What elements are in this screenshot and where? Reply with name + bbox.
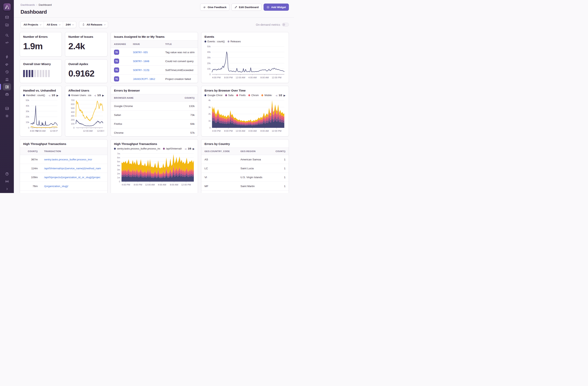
svg-text:30k: 30k <box>207 56 211 59</box>
issue-title-cell: Project creation failed <box>162 74 198 83</box>
table-header-row: ASSIGNEEISSUETITLE <box>111 41 198 48</box>
high-throughput-transactions-chart: 01m2m3m4m5m6m7m4:00 PM8:00 PM12:00 AM4:0… <box>114 151 195 187</box>
column-header[interactable]: ASSIGNEE <box>111 41 130 48</box>
legend-item[interactable]: Chrome <box>248 94 259 97</box>
legend-item[interactable]: Google Chrome <box>205 94 222 97</box>
ondemand-metrics-toggle[interactable] <box>282 23 289 26</box>
sidebar-item-projects[interactable] <box>3 21 11 28</box>
legend-next-button[interactable]: ▶ <box>284 94 286 97</box>
avatar[interactable]: TE <box>114 59 119 64</box>
sidebar-item-settings[interactable] <box>3 112 11 119</box>
legend-item[interactable]: Releases <box>228 40 241 43</box>
sidebar-item-lightning[interactable] <box>3 53 11 60</box>
environments-filter[interactable]: All Envs <box>44 21 63 28</box>
legend-next-button[interactable]: ▶ <box>193 148 195 150</box>
avatar[interactable]: TE <box>114 76 119 81</box>
legend-item[interactable]: sentry.tasks.process_buffer.process_incr <box>114 147 160 150</box>
sidebar-item-traces[interactable] <box>3 39 11 46</box>
add-widget-button[interactable]: Add Widget <box>264 3 289 11</box>
sidebar-item-broadcast[interactable] <box>3 178 11 185</box>
widget-title: Errors by Browser Over Time <box>205 89 286 92</box>
count-cell: 367m <box>20 155 41 164</box>
legend-prev-button[interactable]: ◀ <box>185 148 187 150</box>
transaction-link[interactable]: /api/0/internal/rpc/{service_name}/{meth… <box>44 167 101 170</box>
sidebar-item-releases[interactable] <box>3 91 11 98</box>
legend-item[interactable]: Safari <box>225 94 233 97</box>
sidebar-item-alerts[interactable] <box>3 76 11 83</box>
svg-text:8:00 PM: 8:00 PM <box>224 76 233 79</box>
sidebar-item-help[interactable] <box>3 170 11 177</box>
column-header[interactable]: GEO.REGION <box>237 148 270 155</box>
column-header[interactable]: COUNT() <box>270 148 289 155</box>
legend-item[interactable]: Known Users : cour <box>68 94 91 97</box>
svg-text:20k: 20k <box>207 62 211 65</box>
legend-prev-button[interactable]: ◀ <box>48 94 50 97</box>
issue-link[interactable]: SENTRY-VD5 <box>133 51 148 54</box>
column-header[interactable]: TRANSACTION <box>41 148 107 155</box>
edit-dashboard-button[interactable]: Edit Dashboard <box>231 3 262 11</box>
table-header-row: GEO.COUNTRY_CODEGEO.REGIONCOUNT() <box>201 148 289 155</box>
legend-prev-button[interactable]: ◀ <box>275 94 277 97</box>
avatar[interactable]: TE <box>114 68 119 72</box>
breadcrumb-dashboards[interactable]: Dashboards <box>21 3 35 6</box>
kpi-value: 2.4k <box>68 41 104 51</box>
svg-text:50k: 50k <box>207 45 211 48</box>
svg-text:2k: 2k <box>208 113 211 115</box>
column-header[interactable]: GEO.COUNTRY_CODE <box>201 148 237 155</box>
svg-text:4m: 4m <box>117 164 120 167</box>
sentry-logo[interactable] <box>3 3 11 11</box>
table-row: 76m/{organization_slug}/ <box>20 182 107 191</box>
legend-dot <box>228 41 229 43</box>
time-range-filter[interactable]: 24H <box>63 21 76 28</box>
assignee-cell: TE <box>111 48 130 57</box>
issue-link[interactable]: SENTRY-32ZQ <box>133 68 149 71</box>
issue-link[interactable]: SENTRY-16H8 <box>133 60 149 63</box>
legend-item[interactable]: Firefox <box>236 94 246 97</box>
legend-next-button[interactable]: ▶ <box>57 94 59 97</box>
projects-filter[interactable]: All Projects <box>21 21 44 28</box>
sidebar-item-search[interactable] <box>3 32 11 39</box>
events-chart: 010k20k30k40k50k4:00 PM8:00 PM12:00 AM4:… <box>205 44 286 79</box>
issue-link[interactable]: JAVASCRIPT-1BG2 <box>133 77 155 80</box>
column-header[interactable]: BROWSER.NAME <box>111 94 164 102</box>
legend-prev-button[interactable]: ◀ <box>94 94 96 97</box>
transaction-link[interactable]: sentry.tasks.process_buffer.process_incr <box>44 158 92 161</box>
legend-label: Handled : count() <box>26 94 45 97</box>
legend-dot <box>225 94 227 96</box>
table-row: TEJAVASCRIPT-1BG2Project creation failed <box>111 74 198 83</box>
legend-item[interactable]: Handled : count() <box>23 94 45 97</box>
sidebar-item-dashboards[interactable] <box>3 83 11 90</box>
column-header[interactable]: TITLE <box>162 41 198 48</box>
table-row: TESENTRY-VD5Tag value was not a strin <box>111 48 198 57</box>
sidebar-item-replays[interactable] <box>3 68 11 75</box>
widget-errors-by-browser-over-time: Errors by Browser Over Time Google Chrom… <box>201 86 289 136</box>
sidebar-item-collapse[interactable] <box>3 185 11 192</box>
avatar[interactable]: TE <box>114 50 119 55</box>
breadcrumb: Dashboards › Dashboard <box>21 3 52 6</box>
column-header[interactable]: COUNT() <box>164 94 198 102</box>
svg-text:8:00 AM: 8:00 AM <box>260 130 269 132</box>
svg-text:12:00 PM: 12:00 PM <box>272 130 281 132</box>
widget-title: Affected Users <box>68 89 104 92</box>
transaction-link[interactable]: /{organization_slug}/ <box>44 185 68 188</box>
region-cell: American Samoa <box>237 155 270 164</box>
legend-next-button[interactable]: ▶ <box>102 94 104 97</box>
column-header[interactable]: COUNT() <box>20 148 41 155</box>
transaction-link[interactable]: /api/0/projects/{organization_id_or_slug… <box>44 176 100 179</box>
give-feedback-button[interactable]: Give Feedback <box>200 3 229 11</box>
sidebar-item-issues[interactable] <box>3 14 11 21</box>
main-content: Dashboards › Dashboard Dashboard Give Fe… <box>14 0 294 193</box>
issue-cell: SENTRY-32ZQ <box>130 66 162 74</box>
widget-title: Number of Errors <box>23 35 59 38</box>
releases-filter[interactable]: All Releases <box>79 21 108 28</box>
column-header[interactable]: ISSUE <box>130 41 162 48</box>
legend-item[interactable]: Mobile S <box>261 94 273 97</box>
transaction-cell: /{organization_slug}/ <box>41 182 107 191</box>
table-row: VIU.S. Virgin Islands1 <box>201 173 289 182</box>
legend-item[interactable]: Events : count() <box>205 40 225 43</box>
legend-item[interactable]: /api/0/internal/r <box>163 147 182 150</box>
sidebar-item-stats[interactable] <box>3 105 11 112</box>
legend-page-indicator: 1/6 <box>188 147 191 150</box>
svg-text:8:00 PM: 8:00 PM <box>134 183 142 186</box>
sidebar-item-megaphone[interactable] <box>3 61 11 68</box>
